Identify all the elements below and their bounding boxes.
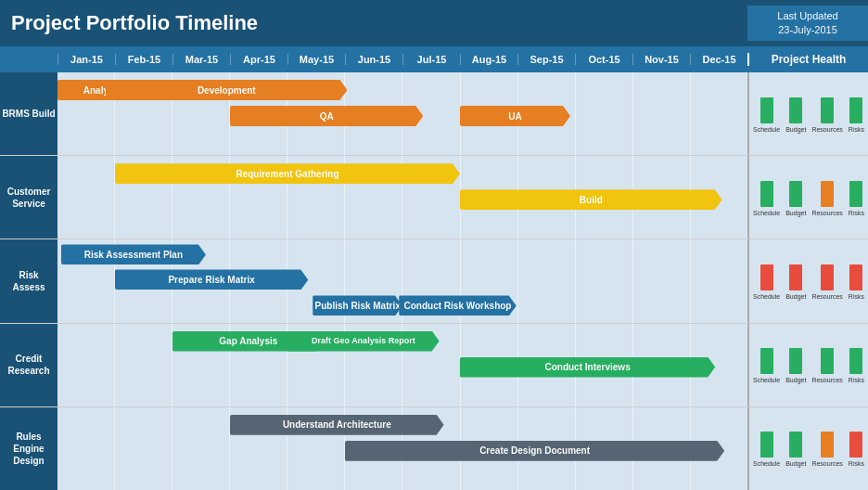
health-bar-group: Resources xyxy=(811,97,842,133)
health-bar-budget xyxy=(789,348,802,374)
health-bar-group: Budget xyxy=(785,264,806,300)
month-cell: Oct-15 xyxy=(575,54,632,65)
month-cell: Dec-15 xyxy=(690,54,747,65)
health-bars: ScheduleBudgetResourcesRisks xyxy=(753,96,864,133)
health-bar-group: Risks xyxy=(849,432,864,467)
month-cell: Nov-15 xyxy=(632,54,690,65)
health-bar-label: Risks xyxy=(849,460,864,467)
project-row-customer-service: Customer ServiceRequirement GatheringBui… xyxy=(0,156,868,239)
health-bar-label: Risks xyxy=(849,293,864,300)
health-bar-group: Schedule xyxy=(753,432,780,467)
health-bar-label: Resources xyxy=(811,210,842,216)
month-cell: Feb-15 xyxy=(115,54,172,65)
col-line xyxy=(57,156,114,239)
col-line xyxy=(690,72,747,155)
gantt-bar: Draft Geo Analysis Report xyxy=(287,331,440,352)
health-bar-group: Risks xyxy=(849,181,864,216)
health-cell-rules-engine-design: ScheduleBudgetResourcesRisks xyxy=(747,407,868,490)
health-bar-label: Resources xyxy=(811,126,842,133)
project-health-header: Project Health xyxy=(747,53,868,66)
project-row-credit-research: Credit ResearchGap AnalysisDraft Geo Ana… xyxy=(0,324,868,407)
health-bar-risks xyxy=(849,432,862,458)
health-bar-group: Risks xyxy=(849,264,864,300)
gantt-bar: Risk Assessment Plan xyxy=(61,244,206,264)
col-line xyxy=(632,72,690,155)
header-updated: Last Updated 23-July-2015 xyxy=(747,6,868,42)
timeline-risk-assess: Risk Assessment PlanPrepare Risk MatrixP… xyxy=(57,239,747,322)
health-bar-budget xyxy=(789,432,802,458)
health-bar-label: Schedule xyxy=(753,293,780,300)
health-cell-risk-assess: ScheduleBudgetResourcesRisks xyxy=(747,239,868,322)
health-bar-group: Resources xyxy=(811,264,842,300)
row-label-customer-service: Customer Service xyxy=(0,156,57,239)
health-bar-risks xyxy=(849,181,862,207)
gantt-bar: Build xyxy=(460,189,722,210)
health-bar-group: Resources xyxy=(811,432,842,467)
health-bar-label: Resources xyxy=(811,377,842,383)
health-bar-budget xyxy=(789,181,802,207)
health-bar-group: Budget xyxy=(785,97,806,133)
health-bar-schedule xyxy=(760,264,773,290)
health-cell-credit-research: ScheduleBudgetResourcesRisks xyxy=(747,324,868,406)
gantt-bar: Prepare Risk Matrix xyxy=(115,269,308,290)
health-bar-group: Resources xyxy=(811,348,842,383)
health-bar-label: Resources xyxy=(811,460,842,467)
gantt-bar: Conduct Interviews xyxy=(460,357,715,378)
health-bar-resources xyxy=(821,97,834,123)
health-bar-label: Budget xyxy=(785,377,806,383)
health-bar-label: Budget xyxy=(785,126,806,133)
row-label-credit-research: Credit Research xyxy=(0,324,57,406)
header-title: Project Portfolio Timeline xyxy=(0,11,747,35)
health-bars: ScheduleBudgetResourcesRisks xyxy=(753,179,864,216)
row-label-brms-build: BRMS Build xyxy=(0,72,57,155)
col-line xyxy=(575,72,632,155)
gantt-bar: Publish Risk Matrix xyxy=(313,295,402,316)
col-line xyxy=(575,239,632,322)
health-bar-group: Schedule xyxy=(753,264,780,300)
health-bar-label: Risks xyxy=(849,210,864,216)
health-bars: ScheduleBudgetResourcesRisks xyxy=(753,263,864,300)
timeline-credit-research: Gap AnalysisDraft Geo Analysis ReportCon… xyxy=(57,324,747,406)
health-bar-risks xyxy=(849,97,862,123)
month-cell: Jul-15 xyxy=(402,54,460,65)
content-area: BRMS BuildAnalysisDevelopmentQAUASchedul… xyxy=(0,72,868,490)
gantt-bar: Understand Architecture xyxy=(230,415,444,435)
month-cell: Mar-15 xyxy=(172,54,230,65)
health-bar-group: Budget xyxy=(785,181,806,216)
month-cells: Jan-15Feb-15Mar-15Apr-15May-15Jun-15Jul-… xyxy=(57,54,747,65)
col-line xyxy=(632,239,690,322)
col-line xyxy=(57,407,114,490)
health-bar-group: Schedule xyxy=(753,97,780,133)
health-bar-group: Budget xyxy=(785,432,806,467)
health-bar-label: Resources xyxy=(811,293,842,300)
health-bar-group: Budget xyxy=(785,348,806,383)
health-bar-label: Budget xyxy=(785,293,806,300)
health-bar-resources xyxy=(821,432,834,458)
last-updated-label: Last Updated xyxy=(777,10,837,21)
health-bar-group: Schedule xyxy=(753,181,780,216)
timeline-rules-engine-design: Understand ArchitectureCreate Design Doc… xyxy=(57,407,747,490)
project-row-rules-engine-design: Rules Engine DesignUnderstand Architectu… xyxy=(0,407,868,490)
health-bar-resources xyxy=(821,264,834,290)
health-bar-group: Resources xyxy=(811,181,842,216)
health-bar-group: Risks xyxy=(849,97,864,133)
timeline-brms-build: AnalysisDevelopmentQAUA xyxy=(57,72,747,155)
health-bar-label: Schedule xyxy=(753,126,780,133)
health-bar-group: Schedule xyxy=(753,348,780,383)
row-label-risk-assess: Risk Assess xyxy=(0,239,57,322)
health-bar-label: Schedule xyxy=(753,377,780,383)
month-cell: May-15 xyxy=(287,54,345,65)
gantt-bar: Development xyxy=(106,80,347,100)
health-bars: ScheduleBudgetResourcesRisks xyxy=(753,430,864,467)
health-bar-resources xyxy=(821,181,834,207)
gantt-bar: Conduct Risk Workshop xyxy=(399,295,516,316)
health-bar-schedule xyxy=(760,97,773,123)
project-row-brms-build: BRMS BuildAnalysisDevelopmentQAUASchedul… xyxy=(0,72,868,156)
col-line xyxy=(114,324,172,406)
main-container: Project Portfolio Timeline Last Updated … xyxy=(0,0,868,490)
col-line xyxy=(517,239,575,322)
health-bar-label: Budget xyxy=(785,210,806,216)
gantt-bar: QA xyxy=(230,106,423,126)
health-bar-schedule xyxy=(760,432,773,458)
month-cell: Sep-15 xyxy=(517,54,575,65)
